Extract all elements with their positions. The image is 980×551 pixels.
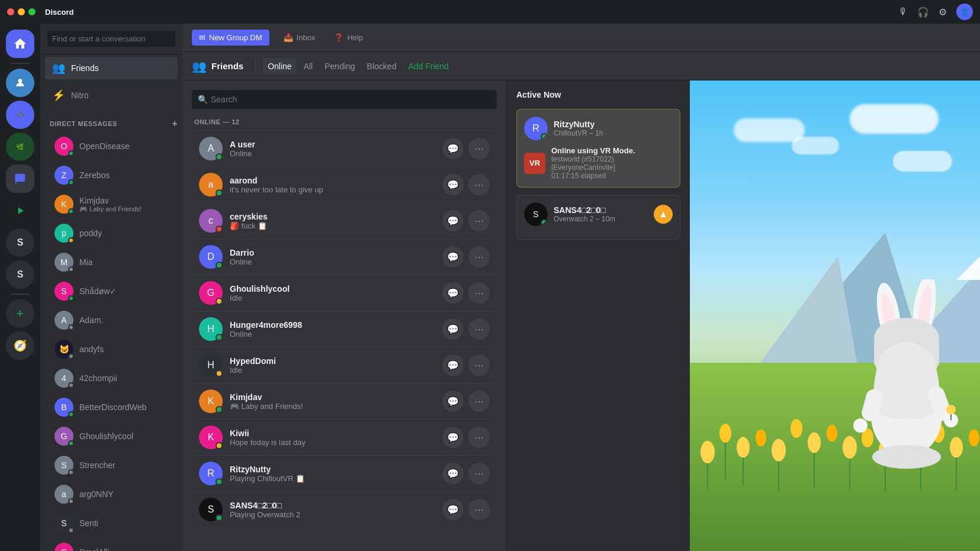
dm-item-adam[interactable]: A Adam. (45, 306, 178, 334)
server-icon-code[interactable] (6, 196, 34, 225)
more-options-button[interactable]: ⋯ (468, 391, 490, 412)
friend-row-ghoulish[interactable]: G Ghoulishlycool Idle 💬 ⋯ (192, 275, 497, 311)
dm-item-zerebos[interactable]: Z Zerebos (45, 161, 178, 189)
inbox-button[interactable]: 📥 Inbox (279, 30, 320, 46)
dm-item-shadow[interactable]: S Shådøw✓ (45, 277, 178, 305)
new-dm-button[interactable]: + (172, 118, 178, 129)
dm-item-betterdiscord[interactable]: B BetterDiscordWeb (45, 393, 178, 421)
friends-nav-label: Friends (71, 63, 99, 73)
tab-blocked[interactable]: Blocked (362, 58, 401, 75)
dm-item-strencher[interactable]: S Strencher (45, 451, 178, 479)
friend-row-sans[interactable]: S SANS4□2□0□ Playing Overwatch 2 💬 ⋯ (192, 491, 497, 527)
server-icon-s2[interactable]: S (6, 260, 34, 289)
friend-row-darrio[interactable]: D Darrio Online 💬 ⋯ (192, 239, 497, 275)
friend-row-kiwii[interactable]: K Kiwii Hope today is last day 💬 ⋯ (192, 419, 497, 455)
message-friend-button[interactable]: 💬 (442, 246, 464, 268)
friends-search-input[interactable] (192, 90, 497, 109)
more-options-button[interactable]: ⋯ (468, 427, 490, 448)
dm-name: Senti (79, 518, 98, 528)
friend-avatar-wrap: c (199, 209, 223, 233)
dm-item-opendisease[interactable]: O OpenDisease (45, 132, 178, 160)
more-options-button[interactable]: ⋯ (468, 210, 490, 231)
dm-avatar-wrap: p (54, 224, 73, 243)
friend-row-auser[interactable]: A A user Online 💬 ⋯ (192, 130, 497, 166)
dm-avatar-wrap: O (54, 137, 73, 156)
dm-item-smolalli[interactable]: S SmolAlli (45, 538, 178, 551)
message-friend-button[interactable]: 💬 (442, 499, 464, 520)
server-icon-2[interactable]: 🎮 (6, 101, 34, 129)
more-options-button[interactable]: ⋯ (468, 499, 490, 520)
message-friend-button[interactable]: 💬 (442, 318, 464, 340)
settings-icon[interactable]: ⚙ (939, 7, 947, 18)
active-card-sans[interactable]: S SANS4□2□0□ Overwatch 2 – 10m ▲ (516, 195, 680, 240)
nitro-nav-button[interactable]: ⚡ Nitro (45, 84, 178, 107)
message-friend-button[interactable]: 💬 (442, 174, 464, 195)
new-group-dm-button[interactable]: ✉ New Group DM (192, 30, 269, 46)
window-controls[interactable] (7, 8, 36, 15)
friend-row-ceryskies[interactable]: c ceryskies 🎒 fuck 📋 💬 ⋯ (192, 202, 497, 239)
message-friend-button[interactable]: 💬 (442, 282, 464, 304)
dm-item-42chompii[interactable]: 4 42chompii (45, 364, 178, 392)
tab-add-friend[interactable]: Add Friend (403, 58, 453, 75)
message-friend-button[interactable]: 💬 (442, 463, 464, 484)
dm-avatar-wrap: B (54, 398, 73, 417)
more-options-button[interactable]: ⋯ (468, 138, 490, 159)
user-avatar[interactable]: 👤 (956, 4, 973, 20)
mic-icon[interactable]: 🎙 (898, 7, 908, 17)
friends-nav-button[interactable]: 👥 Friends (45, 57, 178, 79)
dm-item-ghoulish[interactable]: G Ghoulishlycool (45, 422, 178, 450)
friend-row-hunger[interactable]: H Hunger4more6998 Online 💬 ⋯ (192, 311, 497, 347)
maximize-button[interactable] (28, 8, 36, 15)
minimize-button[interactable] (18, 8, 25, 15)
server-icon-s[interactable]: S (6, 228, 34, 257)
message-friend-button[interactable]: 💬 (442, 138, 464, 159)
friend-row-aarond[interactable]: a aarond it's never too late to give up … (192, 166, 497, 202)
close-button[interactable] (7, 8, 14, 15)
help-button[interactable]: ❓ Help (329, 30, 368, 46)
find-conversation-input[interactable] (47, 31, 175, 47)
vr-game-icon: VR (524, 153, 545, 174)
dm-item-poddy[interactable]: p poddy (45, 219, 178, 247)
dm-item-kimjdav[interactable]: K Kimjdav 🎮 Laby and Friends! (45, 190, 178, 218)
friend-info: Hunger4more6998 Online (230, 320, 435, 339)
friend-status-text: Playing ChilloutVR 📋 (230, 474, 435, 483)
message-friend-button[interactable]: 💬 (442, 355, 464, 376)
friend-status-dot (216, 298, 223, 305)
headset-icon[interactable]: 🎧 (917, 7, 929, 18)
dm-item-mia[interactable]: M Mia (45, 248, 178, 276)
dm-item-andyfs[interactable]: 🐱 andyfs (45, 335, 178, 363)
server-icon[interactable] (6, 69, 34, 97)
dm-name: OpenDisease (79, 141, 130, 151)
friend-name: A user (230, 140, 435, 149)
dm-item-arg0nny[interactable]: a arg0NNY (45, 480, 178, 508)
server-icon-active[interactable] (6, 165, 34, 193)
tab-all[interactable]: All (299, 58, 318, 75)
message-friend-button[interactable]: 💬 (442, 210, 464, 231)
more-options-button[interactable]: ⋯ (468, 246, 490, 268)
discover-servers-button[interactable]: 🧭 (6, 331, 34, 360)
anime-character-svg (847, 279, 966, 481)
active-card-ritzy[interactable]: R RitzyNutty ChilloutVR – 1h VR Online u… (516, 109, 680, 188)
more-options-button[interactable]: ⋯ (468, 463, 490, 484)
more-options-button[interactable]: ⋯ (468, 318, 490, 340)
message-friend-button[interactable]: 💬 (442, 391, 464, 412)
tab-online[interactable]: Online (263, 58, 296, 75)
friends-tab-icon: 👥 Friends (192, 59, 243, 73)
more-options-button[interactable]: ⋯ (468, 282, 490, 304)
add-server-button[interactable]: + (6, 299, 34, 328)
more-options-button[interactable]: ⋯ (468, 174, 490, 195)
message-friend-button[interactable]: 💬 (442, 427, 464, 448)
dm-section-label: Direct Messages (50, 120, 117, 127)
friend-row-ritzynutty[interactable]: R RitzyNutty Playing ChilloutVR 📋 💬 ⋯ (192, 455, 497, 491)
home-button[interactable] (6, 30, 34, 58)
inbox-icon: 📥 (284, 33, 293, 42)
dm-name: Zerebos (79, 170, 110, 180)
server-icon-3[interactable]: 🌿 (6, 133, 34, 161)
more-options-button[interactable]: ⋯ (468, 355, 490, 376)
friend-row-hypeddomi[interactable]: H HypedDomi Idle 💬 ⋯ (192, 347, 497, 383)
svg-point-1 (701, 441, 715, 463)
tab-pending[interactable]: Pending (320, 58, 359, 75)
friend-row-kimjdav[interactable]: K Kimjdav 🎮 Laby and Friends! 💬 ⋯ (192, 383, 497, 419)
dm-item-senti[interactable]: S Senti (45, 509, 178, 537)
friend-status-dot (216, 478, 223, 485)
